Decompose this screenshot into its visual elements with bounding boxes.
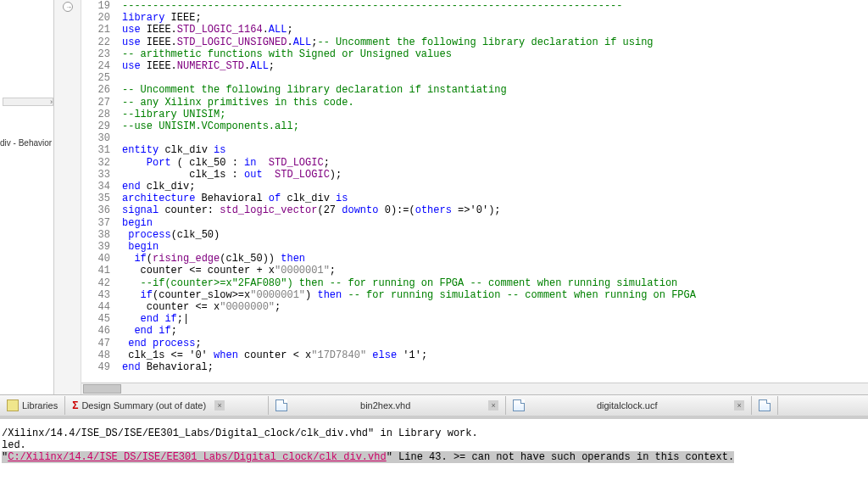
horizontal-scrollbar[interactable] [81, 383, 868, 394]
tab-label: Design Summary (out of date) [81, 400, 206, 411]
tab-design-summary[interactable]: Σ Design Summary (out of date) × [65, 396, 269, 415]
code-editor[interactable]: → 19------------------------------------… [54, 0, 868, 394]
document-icon [275, 399, 287, 411]
tab-label: bin2hex.vhd [291, 400, 480, 411]
close-icon[interactable]: × [214, 400, 225, 411]
scrollbar-thumb[interactable] [83, 384, 121, 394]
left-sidebar: › div - Behavior [0, 0, 54, 424]
sigma-icon: Σ [72, 399, 78, 411]
tab-current-file[interactable] [752, 396, 778, 415]
document-icon [513, 399, 525, 411]
close-icon[interactable]: × [488, 400, 498, 411]
tab-digitalclock-ucf[interactable]: digitalclock.ucf × [506, 396, 752, 415]
editor-margin: → [54, 0, 81, 394]
console-line: /Xilinx/14.4/ISE_DS/ISE/EE301_Labs/Digit… [2, 427, 866, 439]
tab-label: digitalclock.ucf [528, 400, 726, 411]
hierarchy-item-label[interactable]: div - Behavior [0, 138, 52, 148]
document-tabs: Libraries Σ Design Summary (out of date)… [0, 394, 868, 416]
document-icon [759, 399, 771, 411]
error-file-link[interactable]: C:/Xilinx/14.4/ISE_DS/ISE/EE301_Labs/Dig… [8, 451, 386, 463]
panel-expand-button[interactable]: › [3, 98, 53, 106]
library-icon [7, 399, 19, 411]
close-icon[interactable]: × [734, 400, 744, 411]
code-content[interactable]: 19--------------------------------------… [81, 0, 868, 373]
arrow-icon: → [65, 3, 72, 11]
tab-bin2hex[interactable]: bin2hex.vhd × [269, 396, 506, 415]
console-error-line: "C:/Xilinx/14.4/ISE_DS/ISE/EE301_Labs/Di… [2, 451, 866, 463]
console-line: led. [2, 439, 866, 451]
tab-label: Libraries [22, 400, 58, 411]
tab-libraries[interactable]: Libraries [0, 396, 65, 415]
console-output[interactable]: /Xilinx/14.4/ISE_DS/ISE/EE301_Labs/Digit… [0, 416, 868, 486]
